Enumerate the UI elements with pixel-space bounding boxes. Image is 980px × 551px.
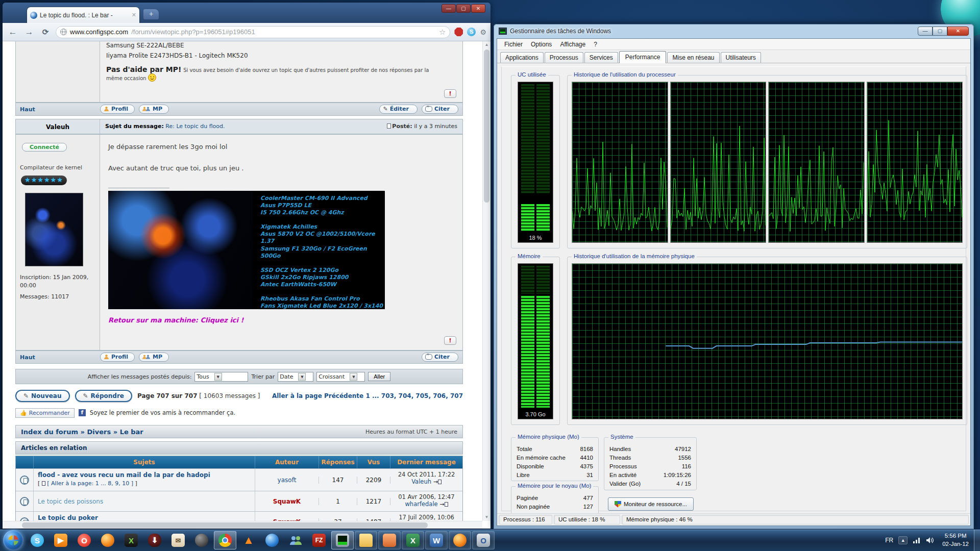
haut-link[interactable]: Haut [20, 106, 100, 113]
topic-link[interactable]: Le topic du poker [38, 514, 98, 521]
breadcrumb-lebar-link[interactable]: Le bar [120, 428, 143, 436]
network-icon[interactable] [913, 537, 921, 544]
tab-mise-en-reseau[interactable]: Mise en réseau [667, 52, 719, 63]
haut-link-2[interactable]: Haut [20, 354, 100, 361]
chrome-menu-icon[interactable]: ⚙ [480, 28, 486, 36]
horizontal-scrollbar[interactable] [3, 521, 482, 529]
taskbar-google-earth-icon[interactable] [261, 531, 283, 549]
scroll-up-arrow[interactable]: ▲ [483, 41, 491, 48]
page-number-links[interactable]: 1 ... 703, 704, 705, 706, 707 [365, 392, 463, 399]
skype-extension-icon[interactable]: S [467, 28, 476, 36]
tab-applications[interactable]: Applications [500, 52, 544, 63]
citer-top-button[interactable]: Citer [422, 105, 458, 114]
url-host: www.configspc.com [70, 28, 128, 36]
bookmark-star-icon[interactable]: ☆ [439, 28, 446, 37]
goto-last-post-icon[interactable]: → [433, 479, 438, 485]
menu-options[interactable]: Options [527, 40, 556, 49]
minimize-button[interactable]: — [442, 4, 456, 13]
back-button[interactable]: ← [7, 27, 19, 37]
taskbar-task-manager-icon[interactable] [331, 531, 354, 549]
taskbar-firefox-2-icon[interactable] [449, 531, 471, 549]
hidden-icons-chevron[interactable]: ▲ [898, 536, 908, 544]
address-bar[interactable]: www.configspc.com/forum/viewtopic.php?p=… [56, 26, 450, 38]
breadcrumb-index-link[interactable]: Index du forum [21, 428, 78, 436]
sort-dir-select[interactable]: Croissant▼ [316, 372, 365, 382]
show-desktop-button[interactable] [974, 530, 980, 551]
browser-tab[interactable]: Le topic du flood. : Le bar - ✕ [27, 7, 139, 23]
taskbar-firefox-icon[interactable] [96, 531, 119, 549]
scroll-down-arrow[interactable]: ▼ [483, 514, 491, 521]
previous-page-link[interactable]: Aller à la page Précédente [272, 392, 363, 399]
taskbar-photo-app-icon[interactable] [378, 531, 401, 549]
start-button[interactable] [3, 530, 23, 550]
tab-close-icon[interactable]: ✕ [132, 12, 136, 18]
adblock-extension-icon[interactable] [454, 28, 463, 36]
vertical-scrollbar[interactable]: ▲ ▼ [482, 41, 491, 521]
last-post-author[interactable]: Valeuh [411, 478, 431, 485]
taskbar-opera-icon[interactable]: O [73, 531, 95, 549]
post-subject-link[interactable]: Re: Le topic du flood. [165, 123, 225, 130]
maximize-button[interactable]: ▢ [933, 27, 947, 36]
aller-button[interactable]: Aller [368, 372, 390, 381]
facebook-like-button[interactable]: 👍Recommander [15, 408, 75, 418]
taskbar-openoffice-icon[interactable]: O [472, 531, 495, 549]
taskbar-skype-icon[interactable]: S [26, 531, 48, 549]
post-author[interactable]: Valeuh [16, 119, 100, 134]
taskbar-vlc-icon[interactable]: ▲ [237, 531, 260, 549]
task-manager-body: Fichier Options Affichage ? Applications… [497, 38, 971, 526]
last-post-author[interactable]: wharfedale [405, 500, 437, 508]
new-topic-button[interactable]: ✎Nouveau [15, 390, 70, 402]
tab-services[interactable]: Services [584, 52, 618, 63]
forward-button[interactable]: → [23, 27, 35, 37]
author-link[interactable]: yasoft [278, 477, 297, 484]
taskbar-chrome-icon[interactable] [214, 531, 236, 549]
signature-link[interactable]: Retour sur ma machine: Cliquez ici ! [108, 316, 243, 324]
tab-utilisateurs[interactable]: Utilisateurs [721, 52, 761, 63]
reply-button[interactable]: ✎Répondre [75, 390, 132, 402]
taskbar-clock[interactable]: 5:56 PM 02-Jan-12 [939, 532, 972, 548]
author-name[interactable]: SquawK [273, 498, 301, 505]
tab-performance[interactable]: Performance [619, 51, 667, 63]
profil-button[interactable]: Profil [100, 105, 135, 114]
maximize-button[interactable]: ▢ [456, 4, 471, 13]
show-since-select[interactable]: Tous▼ [194, 372, 248, 382]
taskbar-explorer-icon[interactable] [355, 531, 377, 549]
sort-field-select[interactable]: Date▼ [278, 372, 313, 382]
taskbar-excel-icon[interactable]: X [402, 531, 424, 549]
menu-fichier[interactable]: Fichier [500, 40, 527, 49]
topic-link[interactable]: Le topic des poissons [38, 498, 103, 505]
tab-processus[interactable]: Processus [545, 52, 583, 63]
taskbar-download-manager-icon[interactable]: ⬇ [143, 531, 166, 549]
close-button[interactable]: ✕ [947, 27, 969, 36]
taskbar-3d-sphere-app-icon[interactable] [190, 531, 213, 549]
reload-button[interactable]: ⟳ [39, 28, 52, 37]
new-tab-button[interactable]: + [143, 9, 159, 19]
vertical-scroll-thumb[interactable] [484, 49, 489, 203]
language-indicator[interactable]: FR [885, 537, 893, 544]
close-button[interactable]: ✕ [471, 4, 485, 13]
volume-icon[interactable] [926, 537, 934, 544]
taskbar-messenger-icon[interactable] [284, 531, 307, 549]
taskbar-word-icon[interactable]: W [425, 531, 448, 549]
menu-aide[interactable]: ? [590, 40, 601, 49]
resource-monitor-button[interactable]: Moniteur de ressource... [608, 497, 694, 511]
menu-affichage[interactable]: Affichage [556, 40, 590, 49]
sig-line-2: Iiyama Prolite E2473HDS-B1 - Logitech MK… [106, 52, 248, 59]
profil-button-2[interactable]: Profil [100, 353, 135, 362]
horizontal-scroll-thumb[interactable] [22, 522, 428, 528]
citer-button[interactable]: Citer [422, 353, 458, 362]
task-manager-titlebar[interactable]: Gestionnaire des tâches de Windows — ▢ ✕ [497, 24, 971, 38]
minimize-button[interactable]: — [918, 27, 933, 36]
taskbar-media-player-icon[interactable]: ▶ [50, 531, 72, 549]
mp-button-2[interactable]: MP [139, 353, 169, 362]
report-post-button-2[interactable]: ! [444, 336, 456, 345]
taskbar-live-mail-icon[interactable]: ✉ [167, 531, 189, 549]
mp-button[interactable]: MP [139, 105, 169, 114]
editer-button[interactable]: ✎Éditer [379, 105, 418, 114]
goto-last-post-icon[interactable]: → [439, 501, 444, 508]
taskbar-xfire-icon[interactable]: X [120, 531, 142, 549]
breadcrumb-divers-link[interactable]: Divers [87, 428, 111, 436]
topic-link[interactable]: flood - avez vous recu un mail de la par… [38, 471, 210, 479]
report-post-button[interactable]: ! [444, 89, 456, 98]
taskbar-filezilla-icon[interactable]: FZ [308, 531, 330, 549]
